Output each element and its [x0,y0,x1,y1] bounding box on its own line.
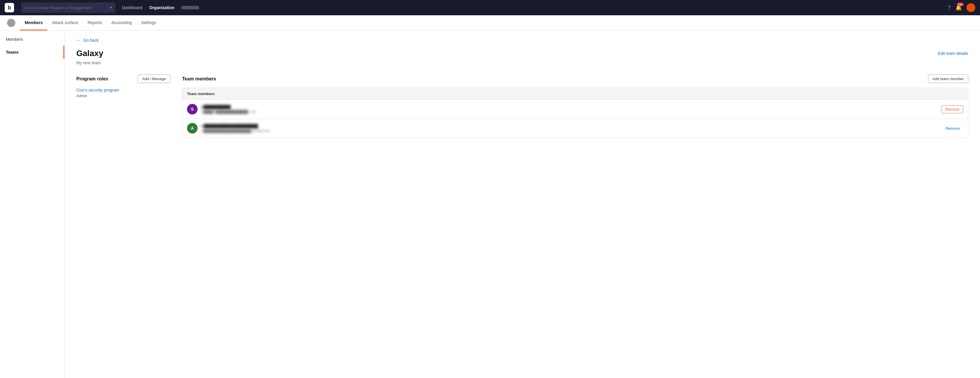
team-description: My new team [76,60,968,65]
topbar-right: ? 🔔 131 [948,3,975,12]
topbar-nav: Dashboard Organization [122,5,941,10]
search-chevron-icon[interactable]: ▾ [110,6,112,10]
tab-attack-surface[interactable]: Attack surface [47,15,83,30]
edit-team-link[interactable]: Edit team details [938,51,969,56]
member-name: S██████████ [201,105,938,109]
member-name: A████████████████████ [201,124,939,128]
program-role: Admin [76,94,170,98]
team-name: Galaxy [76,49,103,58]
search-divider [107,5,108,10]
team-header: Galaxy Edit team details [76,49,968,58]
program-roles-header: Program roles Add / Manage [76,75,170,83]
topbar-nav-organization[interactable]: Organization [150,5,175,10]
org-logo [7,19,15,27]
tab-accounting[interactable]: Accounting [107,15,136,30]
team-members-title: Team members [182,76,216,82]
team-members-section: Team members Add team member Team member… [182,75,968,138]
team-members-header: Team members Add team member [182,75,968,83]
avatar: A [187,123,197,133]
go-back-label: Go back [83,38,99,43]
member-info: S██████████ S████?█████████████l.com [201,105,938,114]
notifications-icon[interactable]: 🔔 131 [955,5,962,11]
topbar-nav-dashboard[interactable]: Dashboard [122,5,142,10]
sidebar: Members Teams [0,30,65,378]
program-roles-title: Program roles [76,76,108,82]
add-team-member-button[interactable]: Add team member [928,75,968,83]
program-roles-section: Program roles Add / Manage Ciso's securi… [76,75,170,138]
program-link[interactable]: Ciso's security program [76,88,170,92]
sidebar-item-members[interactable]: Members [0,33,64,46]
tab-reports[interactable]: Reports [83,15,107,30]
members-table-header: Team members [182,88,968,100]
tab-members[interactable]: Members [20,15,47,30]
search-input[interactable] [24,6,105,10]
two-col-section: Program roles Add / Manage Ciso's securi… [76,75,968,138]
member-email: S████?█████████████l.com [201,110,938,114]
remove-member-button[interactable]: Remove [942,105,963,113]
main-content: ← Go back Galaxy Edit team details My ne… [65,30,980,378]
help-icon[interactable]: ? [948,5,951,11]
topbar: b ▾ Dashboard Organization ? 🔔 131 [0,0,980,15]
table-row: A A████████████████████ A███████████████… [182,119,968,138]
user-avatar[interactable] [967,3,975,12]
notification-badge: 131 [957,3,964,6]
add-manage-button[interactable]: Add / Manage [138,75,170,83]
topbar-nav-extra[interactable] [181,6,199,10]
sidebar-item-teams[interactable]: Teams [0,46,64,59]
remove-member-button[interactable]: Remove [942,125,963,132]
go-back-link[interactable]: ← Go back [76,38,968,43]
member-email: A███████████████████gcrowd.com [201,129,939,133]
members-table: Team members S S██████████ S████?███████… [182,88,968,138]
member-info: A████████████████████ A█████████████████… [201,124,939,133]
tab-settings[interactable]: Settings [136,15,161,30]
table-row: S S██████████ S████?█████████████l.com R… [182,100,968,119]
secondary-nav: Members Attack surface Reports Accountin… [0,15,980,30]
search-bar[interactable]: ▾ [21,3,115,13]
page-layout: Members Teams ← Go back Galaxy Edit team… [0,30,980,378]
back-arrow-icon: ← [76,38,81,43]
logo[interactable]: b [5,3,14,12]
avatar: S [187,104,197,114]
